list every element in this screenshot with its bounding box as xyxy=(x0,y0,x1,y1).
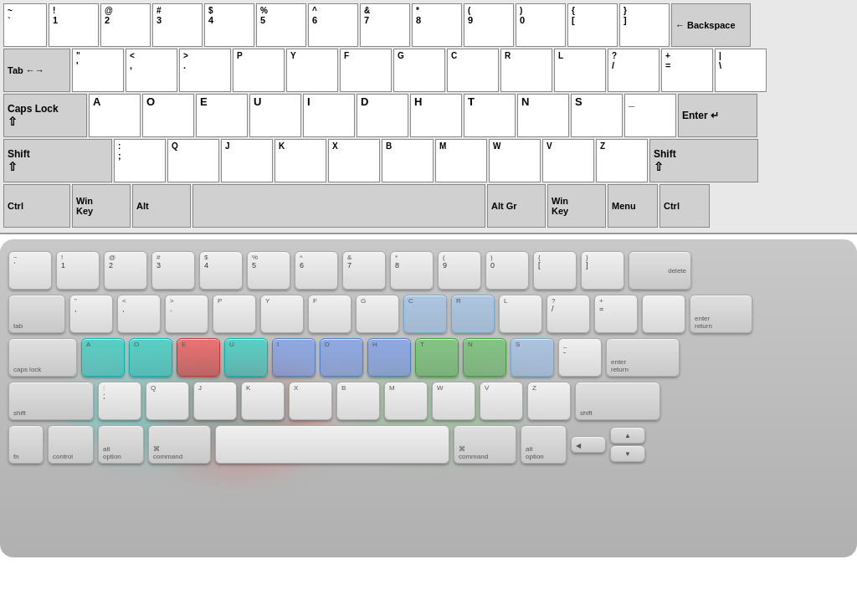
mac-key-G: G xyxy=(356,295,399,333)
key-E: E xyxy=(196,94,248,137)
key-: $4 xyxy=(204,3,254,47)
key-Backspace: ← Backspace xyxy=(671,3,751,47)
mac-key-: ◀ xyxy=(571,436,606,453)
key-X: X xyxy=(328,139,380,182)
mac-key-A: A xyxy=(81,338,125,377)
key-: {[ xyxy=(567,3,618,47)
mac-key-N: N xyxy=(463,338,506,377)
mac-key-V: V xyxy=(480,382,523,420)
key-: ~` xyxy=(3,3,47,47)
key-W: W xyxy=(489,139,541,182)
key-V: V xyxy=(542,139,594,182)
mac-row3: caps lockAOEUIDHTNS_-enter return xyxy=(8,338,849,377)
mac-key-P: P xyxy=(213,295,256,333)
key-T: T xyxy=(464,94,516,137)
mac-key-altoption: alt option xyxy=(521,425,567,464)
key-WinKey: Win Key xyxy=(72,184,131,228)
key-: !1 xyxy=(49,3,99,47)
key-AltGr: Alt Gr xyxy=(487,184,546,228)
key-sp xyxy=(192,184,485,228)
key-L: L xyxy=(554,49,606,92)
key-B: B xyxy=(382,139,434,182)
mac-key-tab: tab xyxy=(8,295,65,333)
mac-key-: ^6 xyxy=(295,251,338,290)
top-row5: CtrlWin KeyAltAlt GrWin KeyMenuCtrl xyxy=(3,184,854,228)
key-: (9 xyxy=(464,3,514,47)
key-F: F xyxy=(340,49,392,92)
mac-key-S: S xyxy=(511,338,554,377)
mac-keyboard-heatmap: ~`!1@2#3$4%5^6&7*8(9)0{[}]delete tab",<,… xyxy=(0,239,857,557)
mac-row4: shift:;QJKXBMWVZshift xyxy=(8,382,849,420)
key-A: A xyxy=(89,94,141,137)
mac-key-up: ▲ xyxy=(610,427,645,444)
key-Alt: Alt xyxy=(132,184,191,228)
mac-key-K: K xyxy=(241,382,285,420)
mac-key-: ", xyxy=(69,295,113,333)
mac-key-enterreturn: enter return xyxy=(690,295,752,333)
key-: @2 xyxy=(100,3,151,47)
key-: #3 xyxy=(152,3,203,47)
mac-key-O: O xyxy=(129,338,172,377)
mac-key-: %5 xyxy=(247,251,290,290)
mac-key-: {[ xyxy=(533,251,577,290)
mac-row2: tab",<,>.PYFGCRL?/+=enter return xyxy=(8,295,849,333)
mac-key-command: ⌘ command xyxy=(148,425,211,464)
key-D: D xyxy=(357,94,408,137)
key-Menu: Menu xyxy=(608,184,658,228)
key-Shift: Shift⇧ xyxy=(649,139,758,182)
key-Ctrl: Ctrl xyxy=(3,184,70,228)
top-row4: Shift⇧:;QJKXBMWVZShift⇧ xyxy=(3,139,854,182)
mac-key-sp xyxy=(215,425,449,464)
key-N: N xyxy=(517,94,569,137)
mac-row5: fncontrolalt option⌘ command⌘ commandalt… xyxy=(8,425,849,464)
mac-key-J: J xyxy=(193,382,237,420)
mac-key-H: H xyxy=(367,338,411,377)
mac-key-arrows-ud: ▲▼ xyxy=(610,427,645,462)
mac-key-altoption: alt option xyxy=(98,425,144,464)
key-: :; xyxy=(114,139,166,182)
key-: += xyxy=(661,49,713,92)
mac-key-: >. xyxy=(165,295,208,333)
mac-key-: )0 xyxy=(485,251,529,290)
mac-key-: @2 xyxy=(104,251,147,290)
mac-key-control: control xyxy=(48,425,94,464)
mac-key-capslock: caps lock xyxy=(8,338,77,377)
key-: |\ xyxy=(715,49,767,92)
mac-key- xyxy=(642,295,685,333)
key-R: R xyxy=(500,49,552,92)
mac-key-: &7 xyxy=(342,251,386,290)
key-: %5 xyxy=(256,3,306,47)
mac-key-enterreturn: enter return xyxy=(606,338,680,377)
mac-key-M: M xyxy=(384,382,428,420)
mac-key-delete: delete xyxy=(629,251,691,290)
mac-key-: }] xyxy=(581,251,624,290)
mac-key-Q: Q xyxy=(146,382,189,420)
key-G: G xyxy=(393,49,445,92)
key-P: P xyxy=(233,49,285,92)
mac-key-T: T xyxy=(415,338,459,377)
mac-key-D: D xyxy=(320,338,363,377)
key-S: S xyxy=(571,94,623,137)
top-row2: Tab ←→"'<,>.PYFGCRL?/+=|\ xyxy=(3,49,854,92)
mac-key-R: R xyxy=(451,295,495,333)
mac-key-: (9 xyxy=(438,251,481,290)
key-: ^6 xyxy=(308,3,358,47)
mac-key-Z: Z xyxy=(527,382,571,420)
key-H: H xyxy=(410,94,462,137)
key-I: I xyxy=(303,94,355,137)
mac-key-L: L xyxy=(499,295,542,333)
key-: ?/ xyxy=(608,49,659,92)
key-Z: Z xyxy=(596,139,648,182)
mac-key-command: ⌘ command xyxy=(454,425,516,464)
mac-key-W: W xyxy=(432,382,475,420)
mac-key-U: U xyxy=(224,338,268,377)
mac-key-: _- xyxy=(558,338,602,377)
mac-key-shift: shift xyxy=(8,382,94,420)
mac-key-B: B xyxy=(336,382,380,420)
key-: *8 xyxy=(412,3,462,47)
key-Shift: Shift⇧ xyxy=(3,139,112,182)
key-: "' xyxy=(72,49,124,92)
key-J: J xyxy=(221,139,273,182)
mac-row1: ~`!1@2#3$4%5^6&7*8(9)0{[}]delete xyxy=(8,251,849,290)
key-Q: Q xyxy=(167,139,219,182)
